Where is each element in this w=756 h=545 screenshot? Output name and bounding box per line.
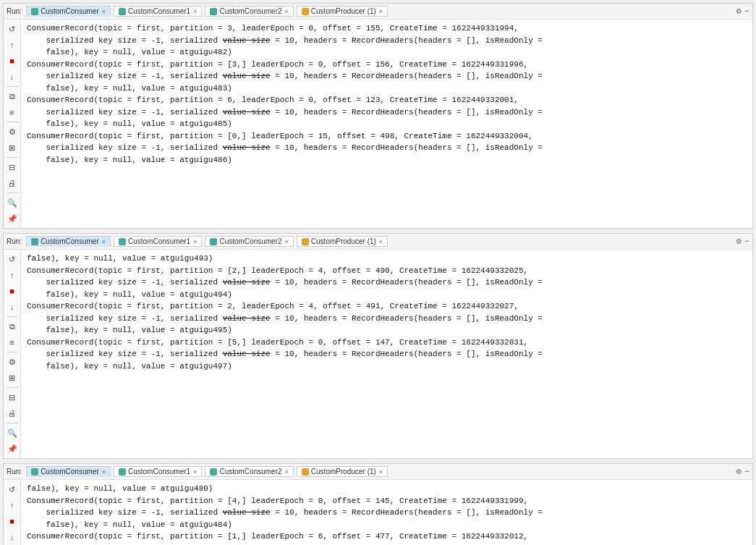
toolbar-separator: [7, 193, 18, 193]
diff-icon[interactable]: ⊟: [6, 391, 19, 404]
log-line: ConsumerRecord(topic = first, partition …: [27, 495, 747, 507]
minimize-icon[interactable]: −: [744, 467, 749, 477]
tab-customconsumer1[interactable]: CustomConsumer1×: [114, 236, 202, 247]
toolbar-separator: [7, 352, 18, 352]
tab-close-button[interactable]: ×: [379, 8, 383, 15]
tab-close-button[interactable]: ×: [285, 8, 289, 15]
consumer-icon: [119, 8, 126, 15]
tab-label: CustomConsumer: [41, 468, 99, 476]
search-icon[interactable]: 🔍: [6, 426, 19, 439]
up-icon[interactable]: ↑: [6, 269, 19, 282]
tab-customconsumer2[interactable]: CustomConsumer2×: [205, 236, 293, 247]
gear-icon[interactable]: ⚙: [736, 236, 742, 247]
log-content: false), key = null, value = atguigu480)C…: [21, 480, 752, 545]
log-line: ConsumerRecord(topic = first, partition …: [27, 265, 747, 277]
strikethrough-text: value size: [223, 36, 271, 45]
restart-icon[interactable]: ↺: [6, 253, 19, 266]
log-content: ConsumerRecord(topic = first, partition …: [21, 20, 752, 228]
down-icon[interactable]: ↓: [6, 300, 19, 313]
minimize-icon[interactable]: −: [744, 237, 749, 247]
down-icon[interactable]: ↓: [6, 531, 19, 544]
tab-customconsumer1[interactable]: CustomConsumer1×: [114, 466, 202, 477]
tab-close-button[interactable]: ×: [102, 468, 106, 476]
log-line: serialized key size = -1, serialized val…: [27, 543, 747, 546]
header-left: Run:CustomConsumer×CustomConsumer1×Custo…: [7, 6, 389, 17]
header-left: Run:CustomConsumer×CustomConsumer1×Custo…: [7, 236, 389, 247]
toolbar-separator: [7, 316, 18, 317]
strikethrough-text: value size: [223, 350, 271, 358]
header-right: ⚙−: [736, 466, 749, 477]
strikethrough-text: value size: [223, 508, 271, 517]
panel-header: Run:CustomConsumer×CustomConsumer1×Custo…: [4, 4, 752, 20]
tab-label: CustomConsumer1: [128, 237, 190, 245]
log-line: serialized key size = -1, serialized val…: [27, 507, 747, 519]
tab-close-button[interactable]: ×: [193, 468, 197, 476]
strikethrough-text: value size: [223, 108, 271, 117]
tab-customproducer-(1)[interactable]: CustomProducer (1)×: [297, 236, 388, 247]
log-line: serialized key size = -1, serialized val…: [27, 106, 747, 119]
log-line: false), key = null, value = atguigu480): [27, 483, 747, 495]
tab-close-button[interactable]: ×: [285, 468, 289, 476]
stop-icon[interactable]: ■: [6, 284, 19, 297]
diff-icon[interactable]: ⊟: [6, 161, 19, 174]
pin-icon[interactable]: 📌: [6, 442, 19, 455]
tab-customconsumer[interactable]: CustomConsumer×: [26, 236, 111, 247]
tab-label: CustomConsumer: [41, 237, 99, 245]
consumer-icon: [119, 238, 126, 245]
log-line: serialized key size = -1, serialized val…: [27, 70, 747, 83]
log-line: false), key = null, value = atguigu494): [27, 289, 747, 301]
tab-customconsumer2[interactable]: CustomConsumer2×: [205, 6, 293, 17]
tab-close-button[interactable]: ×: [102, 8, 106, 15]
left-toolbar: ↺↑■↓⧉≡⚙⊞⊟🖨🔍📌: [4, 20, 21, 228]
format-icon[interactable]: ≡: [6, 106, 19, 119]
table-icon[interactable]: ⊞: [6, 371, 19, 384]
up-icon[interactable]: ↑: [6, 499, 19, 512]
log-line: ConsumerRecord(topic = first, partition …: [27, 300, 747, 313]
format-icon[interactable]: ≡: [6, 336, 19, 349]
search-icon[interactable]: 🔍: [6, 196, 19, 209]
settings-icon[interactable]: ⚙: [6, 355, 19, 368]
tab-close-button[interactable]: ×: [379, 468, 383, 476]
log-line: false), key = null, value = atguigu493): [27, 253, 747, 265]
log-line: false), key = null, value = atguigu495): [27, 324, 747, 337]
tab-customconsumer[interactable]: CustomConsumer×: [26, 6, 111, 17]
tab-close-button[interactable]: ×: [193, 238, 197, 245]
tab-customconsumer1[interactable]: CustomConsumer1×: [114, 6, 202, 17]
gear-icon[interactable]: ⚙: [736, 6, 742, 17]
tab-label: CustomConsumer2: [219, 468, 281, 476]
tab-customproducer-(1)[interactable]: CustomProducer (1)×: [297, 6, 388, 17]
run-panel-1: Run:CustomConsumer×CustomConsumer1×Custo…: [3, 233, 753, 459]
tab-close-button[interactable]: ×: [379, 238, 383, 245]
stop-icon[interactable]: ■: [6, 515, 19, 528]
table-icon[interactable]: ⊞: [6, 141, 19, 154]
minimize-icon[interactable]: −: [744, 7, 749, 17]
tab-customproducer-(1)[interactable]: CustomProducer (1)×: [297, 466, 388, 477]
run-panel-0: Run:CustomConsumer×CustomConsumer1×Custo…: [3, 3, 753, 229]
gear-icon[interactable]: ⚙: [736, 466, 742, 477]
copy-icon[interactable]: ⧉: [6, 320, 19, 333]
pin-icon[interactable]: 📌: [6, 212, 19, 225]
stop-icon[interactable]: ■: [6, 54, 19, 67]
log-line: false), key = null, value = atguigu484): [27, 519, 747, 531]
down-icon[interactable]: ↓: [6, 70, 19, 83]
print-icon[interactable]: 🖨: [6, 177, 19, 190]
tab-customconsumer[interactable]: CustomConsumer×: [26, 466, 111, 477]
strikethrough-text: value size: [223, 278, 271, 287]
tab-customconsumer2[interactable]: CustomConsumer2×: [205, 466, 293, 477]
tab-label: CustomProducer (1): [311, 468, 376, 476]
producer-icon: [302, 238, 309, 245]
consumer-icon: [210, 238, 217, 245]
print-icon[interactable]: 🖨: [6, 407, 19, 420]
toolbar-separator: [7, 122, 18, 122]
run-label: Run:: [7, 237, 22, 245]
restart-icon[interactable]: ↺: [6, 22, 19, 35]
restart-icon[interactable]: ↺: [6, 483, 19, 496]
up-icon[interactable]: ↑: [6, 38, 19, 51]
settings-icon[interactable]: ⚙: [6, 125, 19, 138]
tab-close-button[interactable]: ×: [193, 8, 197, 15]
copy-icon[interactable]: ⧉: [6, 90, 19, 103]
tab-close-button[interactable]: ×: [285, 238, 289, 245]
tab-label: CustomProducer (1): [311, 237, 376, 245]
tab-close-button[interactable]: ×: [102, 238, 106, 245]
header-right: ⚙−: [736, 6, 749, 17]
